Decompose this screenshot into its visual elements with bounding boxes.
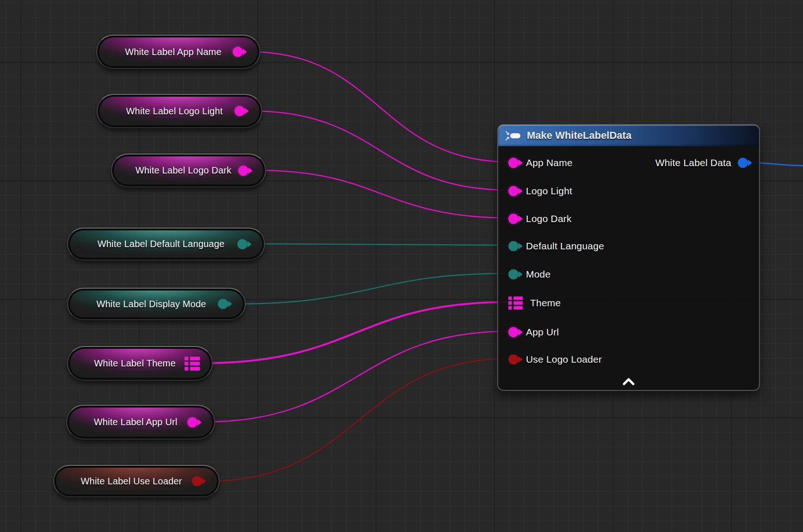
node-white-label-app-name[interactable]: White Label App Name	[96, 35, 260, 69]
pin-row-use-logo-loader: Use Logo Loader	[508, 352, 602, 367]
wire-logo-dark[interactable]	[255, 170, 510, 218]
node-title: Make WhiteLabelData	[527, 130, 631, 142]
white-label-data-output-pin[interactable]	[738, 158, 748, 168]
pin-label: Logo Light	[526, 186, 572, 197]
node-label: White Label App Name	[117, 47, 240, 57]
pin-row-white-label-data: White Label Data	[655, 155, 748, 170]
pin-label: White Label Data	[655, 157, 731, 168]
node-label: White Label App Url	[86, 417, 196, 427]
pin-row-app-url: App Url	[508, 325, 559, 340]
pin-row-app-name: App Name	[508, 155, 573, 170]
node-label: White Label Theme	[86, 358, 194, 369]
default-language-input-pin[interactable]	[508, 241, 519, 251]
app-url-input-pin[interactable]	[508, 327, 519, 337]
logo-dark-input-pin[interactable]	[508, 214, 519, 224]
struct-pin-icon[interactable]	[185, 357, 200, 371]
node-label: White Label Default Language	[89, 239, 243, 249]
pin-label: Mode	[526, 269, 550, 280]
node-white-label-logo-light[interactable]: White Label Logo Light	[97, 94, 262, 128]
make-struct-icon: ↘ ↗	[505, 129, 521, 142]
pin-label: Use Logo Loader	[526, 354, 602, 365]
pin-row-logo-light: Logo Light	[508, 184, 572, 198]
bool-output-pin[interactable]	[192, 476, 202, 486]
blueprint-graph-canvas[interactable]: White Label App Name White Label Logo Li…	[0, 0, 803, 532]
logo-light-input-pin[interactable]	[508, 186, 519, 196]
pin-row-mode: Mode	[508, 267, 550, 282]
wire-use-loader[interactable]	[209, 359, 510, 481]
node-label: White Label Logo Light	[118, 106, 241, 117]
node-white-label-use-loader[interactable]: White Label Use Loader	[53, 465, 220, 497]
wire-display-mode[interactable]	[235, 273, 510, 304]
string-output-pin[interactable]	[233, 47, 243, 57]
node-white-label-app-url[interactable]: White Label App Url	[66, 405, 215, 439]
collapse-node-button[interactable]	[621, 377, 636, 386]
pin-label: Logo Dark	[526, 213, 572, 224]
wire-app-url[interactable]	[204, 331, 510, 422]
pin-label: Default Language	[526, 241, 604, 252]
node-white-label-display-mode[interactable]: White Label Display Mode	[67, 288, 246, 320]
node-white-label-theme[interactable]: White Label Theme	[67, 346, 213, 381]
pin-label: Theme	[530, 297, 561, 309]
pin-row-logo-dark: Logo Dark	[508, 211, 572, 226]
wire-theme[interactable]	[203, 302, 509, 363]
node-white-label-default-language[interactable]: White Label Default Language	[67, 228, 265, 260]
chevron-up-icon	[622, 378, 635, 385]
wire-logo-light[interactable]	[252, 111, 510, 190]
node-make-whitelabeldata[interactable]: ↘ ↗ Make WhiteLabelData App Name Logo Li…	[497, 124, 760, 391]
node-white-label-logo-dark[interactable]: White Label Logo Dark	[111, 154, 266, 187]
string-output-pin[interactable]	[238, 166, 248, 176]
use-logo-loader-input-pin[interactable]	[508, 354, 519, 365]
wire-default-language[interactable]	[254, 244, 510, 245]
pin-row-default-language: Default Language	[508, 239, 604, 254]
node-header[interactable]: ↘ ↗ Make WhiteLabelData	[498, 125, 759, 146]
node-label: White Label Logo Dark	[127, 165, 250, 176]
struct-pin-icon[interactable]	[508, 296, 523, 310]
app-name-input-pin[interactable]	[508, 158, 519, 168]
mode-input-pin[interactable]	[508, 269, 519, 279]
node-label: White Label Display Mode	[88, 299, 224, 309]
node-label: White Label Use Loader	[73, 476, 201, 487]
pin-label: App Name	[526, 157, 573, 168]
enum-output-pin[interactable]	[218, 299, 228, 309]
pin-label: App Url	[526, 327, 559, 338]
pin-row-theme: Theme	[508, 296, 561, 310]
wire-app-name[interactable]	[250, 52, 510, 162]
enum-output-pin[interactable]	[237, 239, 247, 249]
string-output-pin[interactable]	[235, 106, 245, 116]
string-output-pin[interactable]	[187, 417, 198, 427]
